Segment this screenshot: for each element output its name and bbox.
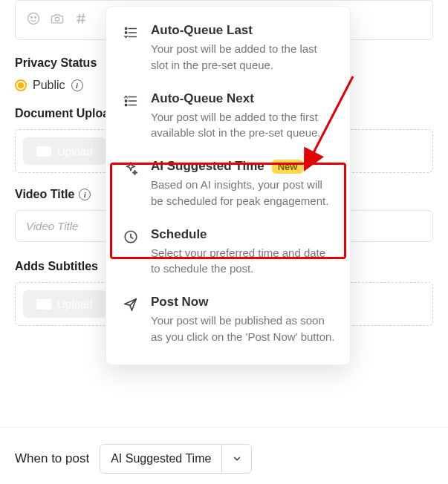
send-icon <box>121 295 140 345</box>
radio-selected-icon <box>15 79 27 91</box>
upload-document-button[interactable]: Upload <box>23 137 106 165</box>
camera-icon[interactable] <box>50 11 65 29</box>
svg-point-17 <box>125 104 126 105</box>
upload-subtitles-button[interactable]: Upload <box>23 290 106 318</box>
sparkle-icon <box>121 159 140 209</box>
svg-line-6 <box>79 13 80 23</box>
option-title: Auto-Queue Next <box>151 91 335 106</box>
svg-point-11 <box>125 27 126 29</box>
option-desc: Your post will be published as soon as y… <box>151 313 335 345</box>
when-to-post-label: When to post <box>15 451 89 466</box>
option-ai-suggested-time[interactable]: AI Suggested Time New Based on AI insigh… <box>112 150 344 218</box>
svg-point-3 <box>55 17 59 21</box>
svg-point-16 <box>125 99 126 101</box>
option-desc: Your post will be added to the last slot… <box>151 41 335 73</box>
info-icon[interactable]: i <box>79 189 91 200</box>
clock-icon <box>121 227 140 278</box>
option-post-now[interactable]: Post Now Your post will be published as … <box>112 286 344 354</box>
divider <box>0 427 448 428</box>
card-icon <box>36 299 51 310</box>
when-to-post-select[interactable]: AI Suggested Time <box>100 444 252 474</box>
chevron-down-icon[interactable] <box>221 445 251 473</box>
post-timing-dropdown: Auto-Queue Last Your post will be added … <box>105 6 351 365</box>
public-label: Public <box>33 79 65 92</box>
card-icon <box>36 146 51 157</box>
option-desc: Your post will be added to the first ava… <box>151 109 335 142</box>
hashtag-icon[interactable] <box>74 11 88 29</box>
new-badge: New <box>272 160 304 174</box>
option-auto-queue-next[interactable]: Auto-Queue Next Your post will be added … <box>112 82 344 151</box>
option-desc: Based on AI insights, your post will be … <box>151 177 335 209</box>
info-icon[interactable]: i <box>71 79 83 91</box>
svg-point-12 <box>125 32 126 33</box>
when-to-post-value: AI Suggested Time <box>100 445 221 473</box>
svg-point-0 <box>28 13 39 24</box>
option-auto-queue-last[interactable]: Auto-Queue Last Your post will be added … <box>112 14 344 82</box>
option-title: Schedule <box>151 227 335 242</box>
option-title: Auto-Queue Last <box>151 23 335 38</box>
svg-point-1 <box>31 17 33 19</box>
emoji-icon[interactable] <box>26 11 41 29</box>
option-schedule[interactable]: Schedule Select your preferred time and … <box>112 218 344 287</box>
option-title: AI Suggested Time New <box>151 159 335 174</box>
option-title: Post Now <box>151 295 335 310</box>
queue-next-icon <box>121 91 140 142</box>
svg-point-2 <box>35 17 36 19</box>
queue-last-icon <box>121 23 140 73</box>
option-desc: Select your preferred time and date to s… <box>151 245 335 278</box>
svg-line-7 <box>82 13 84 23</box>
